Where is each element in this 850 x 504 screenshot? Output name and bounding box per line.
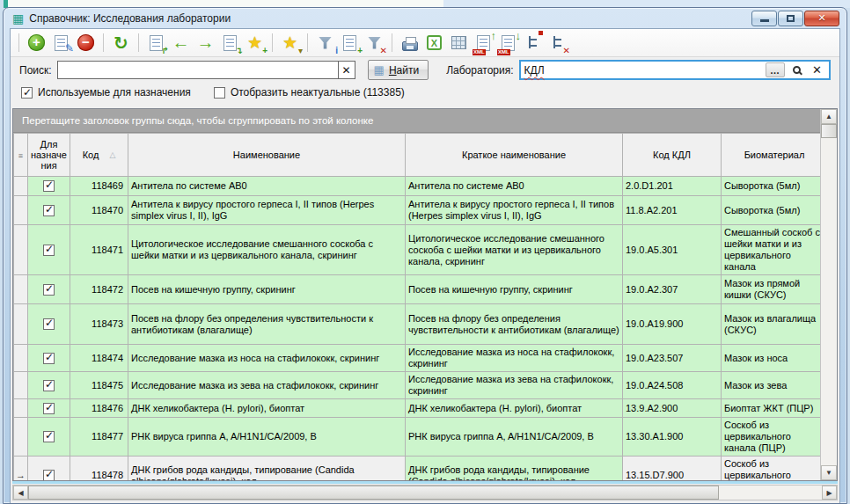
biomaterial-cell[interactable]: Сыворотка (5мл) — [722, 177, 821, 196]
assign-cell[interactable] — [28, 225, 70, 275]
code-cell[interactable]: 118476 — [70, 399, 128, 418]
filter-editor-button[interactable]: + — [340, 33, 360, 53]
use-for-assignment-checkbox[interactable] — [21, 87, 33, 99]
name-cell[interactable]: ДНК грибов рода кандиды, типирование (Ca… — [128, 457, 406, 481]
hierarchy-clear-button[interactable]: ✕ — [547, 33, 568, 53]
vertical-scroll-thumb[interactable] — [821, 124, 837, 138]
laboratory-clear-button[interactable]: ✕ — [808, 62, 827, 77]
kdl-code-cell[interactable]: 11.8.A2.201 — [623, 196, 722, 225]
column-header-short-name[interactable]: Краткое наименование — [406, 134, 623, 177]
filter-button[interactable]: i — [315, 33, 335, 53]
row-checkbox[interactable] — [43, 284, 55, 296]
import-xml-button[interactable]: ↑XML — [473, 33, 494, 53]
laboratory-value[interactable]: КДЛ — [524, 64, 764, 77]
add-favorite-button[interactable]: ★+ — [245, 33, 265, 53]
maximize-button[interactable] — [778, 11, 803, 26]
code-cell[interactable]: 118478 — [70, 457, 128, 481]
scroll-right-button[interactable]: ▶ — [822, 486, 837, 500]
code-cell[interactable]: 118470 — [70, 196, 128, 225]
row-checkbox[interactable] — [43, 245, 55, 256]
name-cell[interactable]: Цитологическое исследование смешанного с… — [128, 225, 406, 275]
refresh-button[interactable]: ↻ — [111, 33, 131, 53]
assign-cell[interactable] — [28, 457, 70, 481]
biomaterial-cell[interactable]: Мазок из прямой кишки (СКУС) — [722, 275, 821, 304]
laboratory-field[interactable]: КДЛ … ✕ — [519, 60, 831, 80]
row-checkbox[interactable] — [43, 431, 55, 442]
grid-view-button[interactable] — [449, 33, 469, 53]
short-name-cell[interactable]: ДНК грибов рода кандиды, типирование (Ca… — [406, 457, 623, 481]
edit-record-button[interactable]: ✎ — [51, 33, 71, 53]
customize-header[interactable]: ≡ — [14, 134, 28, 177]
add-record-button[interactable]: + — [26, 33, 47, 53]
export-excel-button[interactable]: X — [424, 33, 444, 53]
short-name-cell[interactable]: ДНК хеликобактера (H. pylori), биоптат — [406, 399, 623, 418]
column-header-biomaterial[interactable]: Биоматериал — [722, 134, 821, 177]
name-cell[interactable]: Антитела по системе AB0 — [128, 177, 406, 196]
use-for-assignment-option[interactable]: Используемые для назначения — [21, 86, 191, 99]
clear-search-button[interactable]: ✕ — [339, 61, 355, 79]
scroll-up-button[interactable]: ▲ — [821, 109, 837, 124]
assign-cell[interactable] — [28, 177, 70, 196]
title-bar[interactable]: ▦ Справочник: Исследования лаборатории ✕ — [4, 8, 846, 28]
assign-cell[interactable] — [28, 304, 70, 345]
scroll-left-button[interactable]: ◀ — [13, 486, 28, 500]
short-name-cell[interactable]: Антитела к вирусу простого герпеса I, II… — [406, 196, 623, 225]
short-name-cell[interactable]: Цитологическое исследование смешанного с… — [406, 225, 623, 275]
find-button[interactable]: ▦ Найти — [368, 60, 429, 80]
next-record-button[interactable]: → — [195, 33, 216, 53]
short-name-cell[interactable]: Посев на флору без определения чувствите… — [406, 304, 623, 345]
previous-record-button[interactable]: ← — [171, 33, 191, 53]
column-header-kdl-code[interactable]: Код КДЛ — [623, 134, 722, 177]
column-header-code[interactable]: Код△ — [70, 134, 128, 177]
code-cell[interactable]: 118471 — [70, 225, 128, 275]
open-linked-list-button[interactable]: ↱ — [146, 33, 166, 53]
laboratory-search-button[interactable] — [787, 62, 806, 77]
kdl-code-cell[interactable]: 13.15.D7.900 — [623, 457, 722, 481]
vertical-scrollbar[interactable]: ▲ ▼ — [820, 109, 837, 480]
search-input[interactable] — [57, 61, 339, 79]
row-checkbox[interactable] — [43, 470, 55, 480]
code-cell[interactable]: 118475 — [70, 372, 128, 399]
code-cell[interactable]: 118472 — [70, 275, 128, 304]
assign-cell[interactable] — [28, 399, 70, 418]
close-button[interactable]: ✕ — [804, 11, 839, 26]
biomaterial-cell[interactable]: Биоптат ЖКТ (ПЦР) — [722, 399, 821, 418]
kdl-code-cell[interactable]: 19.0.A23.507 — [623, 345, 722, 372]
minimize-button[interactable] — [751, 11, 777, 26]
hierarchy-button[interactable] — [523, 33, 543, 53]
name-cell[interactable]: ДНК хеликобактера (H. pylori), биоптат — [128, 399, 406, 418]
short-name-cell[interactable]: РНК вируса гриппа A, A/H1N1/CA/2009, В — [406, 418, 623, 457]
show-inactive-option[interactable]: Отобразить неактуальные (113385) — [214, 86, 405, 99]
code-cell[interactable]: 118477 — [70, 418, 128, 457]
name-cell[interactable]: Антитела к вирусу простого герпеса I, II… — [128, 196, 406, 225]
column-header-assign[interactable]: Для назначения — [28, 134, 70, 177]
column-header-name[interactable]: Наименование — [128, 134, 406, 177]
code-cell[interactable]: 118474 — [70, 345, 128, 372]
name-cell[interactable]: РНК вируса гриппа A, A/H1N1/CA/2009, В — [128, 418, 406, 457]
export-xml-button[interactable]: ↓XML — [498, 33, 518, 53]
kdl-code-cell[interactable]: 19.0.A2.307 — [623, 275, 722, 304]
row-checkbox[interactable] — [43, 318, 55, 330]
horizontal-scrollbar[interactable]: ◀ ▶ — [12, 485, 838, 500]
short-name-cell[interactable]: Антитела по системе AB0 — [406, 177, 623, 196]
horizontal-scroll-thumb[interactable] — [28, 486, 719, 500]
group-by-panel[interactable]: Перетащите заголовок группы сюда, чтобы … — [13, 109, 820, 133]
laboratory-lookup-button[interactable]: … — [766, 62, 785, 77]
kdl-code-cell[interactable]: 19.0.A24.508 — [623, 372, 722, 399]
show-inactive-checkbox[interactable] — [214, 87, 225, 99]
code-cell[interactable]: 118469 — [70, 177, 128, 196]
assign-cell[interactable] — [28, 372, 70, 399]
short-name-cell[interactable]: Исследование мазка из носа на стафилокок… — [406, 345, 623, 372]
short-name-cell[interactable]: Посев на кишечную группу, скрининг — [406, 275, 623, 304]
biomaterial-cell[interactable]: Мазок из влагалища (СКУС) — [722, 304, 821, 345]
favorites-menu-button[interactable]: ★▾ — [280, 33, 300, 53]
biomaterial-cell[interactable]: Мазок из носа — [722, 345, 821, 372]
assign-cell[interactable] — [28, 345, 70, 372]
short-name-cell[interactable]: Исследование мазка из зева на стафилокок… — [406, 372, 623, 399]
row-checkbox[interactable] — [43, 180, 55, 192]
code-cell[interactable]: 118473 — [70, 304, 128, 345]
assign-cell[interactable] — [28, 275, 70, 304]
scroll-down-button[interactable]: ▼ — [821, 465, 837, 480]
row-checkbox[interactable] — [43, 205, 55, 216]
row-checkbox[interactable] — [43, 353, 55, 364]
